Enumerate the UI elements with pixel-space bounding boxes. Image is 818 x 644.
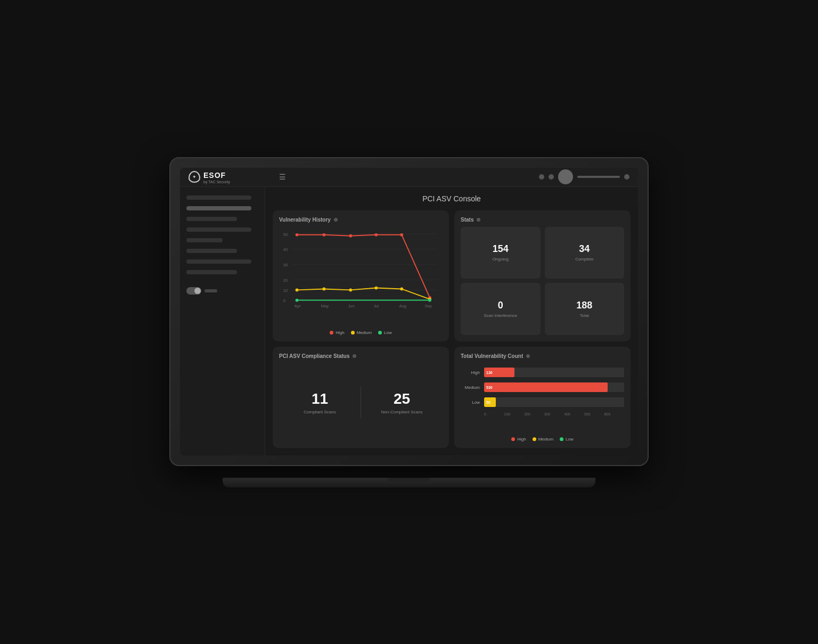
svg-point-20 — [349, 234, 352, 237]
svg-text:10: 10 — [283, 288, 288, 293]
bar-legend-low: Low — [560, 437, 574, 442]
svg-point-21 — [374, 233, 378, 236]
bar-legend-high-dot — [511, 437, 515, 441]
svg-text:Apr: Apr — [295, 303, 301, 308]
bar-legend-high: High — [511, 437, 526, 442]
bar-container-low: 50 — [484, 397, 624, 407]
svg-text:Sep: Sep — [424, 303, 432, 308]
bar-row-medium: Medium 530 — [461, 382, 624, 392]
stat-total: 188 Total — [545, 283, 625, 335]
sidebar-item[interactable] — [186, 195, 251, 200]
sidebar-item[interactable] — [186, 259, 251, 264]
stats-info-dot[interactable] — [477, 218, 480, 222]
chart-legend: High Medium Low — [279, 330, 443, 335]
sidebar-toggle[interactable] — [186, 287, 258, 295]
progress-indicator — [577, 176, 620, 178]
stat-complete: 34 Complete — [545, 227, 625, 279]
main-layout: PCI ASV Console Vulnerability History — [180, 187, 638, 455]
legend-high-dot — [330, 331, 333, 335]
legend-medium: Medium — [351, 330, 372, 335]
stat-scan-interference: 0 Scan Interference — [461, 283, 541, 335]
sidebar-item[interactable] — [186, 217, 237, 221]
bar-legend-low-dot — [560, 437, 563, 441]
bar-axis: 0 100 200 300 400 500 600 — [484, 412, 624, 416]
svg-point-31 — [428, 298, 431, 301]
legend-medium-dot — [351, 331, 355, 335]
svg-text:Jun: Jun — [348, 303, 355, 308]
bar-fill-high: 130 — [484, 368, 514, 377]
svg-text:40: 40 — [283, 247, 288, 252]
bar-container-high: 130 — [484, 368, 624, 377]
compliant-section: 11 Compliant Scans — [279, 382, 361, 423]
svg-text:Aug: Aug — [399, 303, 406, 308]
sidebar-item[interactable] — [186, 206, 251, 210]
svg-point-19 — [323, 233, 326, 236]
laptop-base — [223, 478, 595, 487]
logo-name: ESOF — [203, 171, 226, 180]
laptop-notch — [388, 478, 430, 481]
vuln-count-info-dot[interactable] — [526, 354, 530, 358]
vulnerability-history-card: Vulnerability History 50 40 30 20 — [273, 210, 449, 342]
sidebar-item[interactable] — [186, 227, 251, 232]
svg-text:50: 50 — [283, 232, 288, 237]
svg-text:May: May — [321, 303, 329, 308]
stats-title: Stats — [461, 217, 624, 223]
user-avatar[interactable] — [558, 169, 573, 184]
compliance-info-dot[interactable] — [353, 354, 356, 358]
nav-dot-3[interactable] — [624, 174, 629, 180]
bar-fill-low: 50 — [484, 397, 496, 407]
svg-point-22 — [400, 233, 403, 236]
nav-dot-2[interactable] — [549, 174, 554, 180]
bar-chart-area: High 130 Medium — [461, 363, 624, 430]
dashboard-grid: Vulnerability History 50 40 30 20 — [273, 210, 631, 448]
svg-point-25 — [323, 287, 326, 290]
svg-text:0: 0 — [283, 298, 285, 303]
sidebar-item[interactable] — [186, 270, 237, 274]
bar-chart-legend: High Medium Low — [461, 437, 624, 442]
sidebar-item[interactable] — [186, 249, 237, 253]
toggle-label — [204, 289, 217, 292]
stats-grid: 154 Ongoing 34 Complete 0 Scan Interfere… — [461, 227, 624, 336]
svg-text:20: 20 — [283, 278, 288, 283]
vulnerability-count-title: Total Vulnerability Count — [461, 353, 624, 359]
svg-point-26 — [349, 288, 352, 291]
bar-container-medium: 530 — [484, 382, 624, 392]
laptop-wrapper: ✦ ESOF by TAC Security ☰ — [169, 157, 649, 487]
vulnerability-history-chart: 50 40 30 20 10 0 — [279, 227, 443, 324]
svg-point-24 — [296, 288, 299, 291]
top-bar-right — [539, 169, 629, 184]
info-dot[interactable] — [334, 218, 338, 222]
svg-point-28 — [400, 287, 403, 290]
logo-subtitle: by TAC Security — [203, 180, 230, 184]
top-bar: ✦ ESOF by TAC Security ☰ — [180, 168, 638, 187]
compliance-title: PCI ASV Compliance Status — [279, 353, 443, 359]
logo-text: ESOF by TAC Security — [203, 170, 230, 184]
shield-icon: ✦ — [189, 171, 200, 183]
compliance-content: 11 Compliant Scans 25 Non-Compliant Scan… — [279, 363, 443, 442]
legend-high: High — [330, 330, 344, 335]
legend-low-dot — [378, 331, 382, 335]
logo-area: ✦ ESOF by TAC Security — [189, 170, 274, 184]
stat-ongoing: 154 Ongoing — [461, 227, 541, 279]
laptop-body: ✦ ESOF by TAC Security ☰ — [169, 157, 649, 466]
non-compliant-section: 25 Non-Compliant Scans — [361, 382, 443, 423]
legend-low: Low — [378, 330, 392, 335]
sidebar — [180, 187, 265, 455]
toggle-thumb — [194, 288, 201, 294]
bar-row-high: High 130 — [461, 368, 624, 377]
bar-legend-medium: Medium — [533, 437, 553, 442]
chart-svg: 50 40 30 20 10 0 — [279, 227, 443, 312]
svg-point-30 — [296, 298, 299, 301]
bar-legend-medium-dot — [533, 437, 536, 441]
page-title: PCI ASV Console — [273, 194, 631, 203]
toggle-track — [186, 287, 201, 295]
bar-fill-medium: 530 — [484, 382, 608, 392]
screen: ✦ ESOF by TAC Security ☰ — [180, 168, 638, 455]
hamburger-icon[interactable]: ☰ — [279, 173, 286, 181]
vulnerability-history-title: Vulnerability History — [279, 217, 443, 223]
vulnerability-count-card: Total Vulnerability Count High 130 — [454, 347, 631, 448]
nav-dot-1[interactable] — [539, 174, 544, 180]
stats-card: Stats 154 Ongoing 34 Complete — [454, 210, 631, 342]
sidebar-item[interactable] — [186, 238, 223, 242]
svg-point-18 — [296, 233, 299, 236]
